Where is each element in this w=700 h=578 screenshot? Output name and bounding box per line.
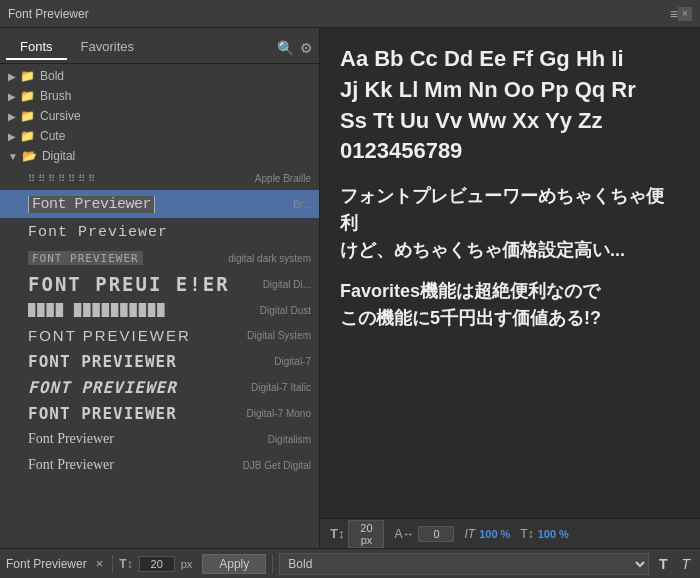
font-preview-digitalism: Font Previewer [28, 431, 262, 447]
kerning-control: A↔ 0 [394, 526, 454, 542]
right-toolbar: T↕ 20 px A↔ 0 IT 100 % T↕ 100 % [320, 518, 700, 548]
list-item[interactable]: Font Previewer [0, 218, 319, 246]
font-preview-d7i: FONT PREVIEWER [28, 378, 245, 397]
list-item[interactable]: Font Previewer DJB Get Digital [0, 452, 319, 478]
italic-button[interactable]: T [677, 556, 694, 572]
list-item[interactable]: FONT PREUI E!ER Digital Di... [0, 270, 319, 298]
size-control: T↕ 20 px [330, 520, 384, 548]
list-item[interactable]: FONT PREVIEWER digital dark system [0, 246, 319, 270]
font-preview-digitaldi: FONT PREUI E!ER [28, 273, 257, 295]
group-cute[interactable]: ▶ 📁 Cute [0, 126, 319, 146]
kerning-value[interactable]: 0 [418, 526, 454, 542]
font-preview-fp1: Font Previewer [28, 196, 287, 213]
font-name-d7: Digital-7 [274, 356, 311, 367]
folder-bold-icon: 📁 [20, 69, 35, 83]
bottom-bar: Font Previewer × T↕ px Apply Bold Italic… [0, 548, 700, 578]
tab-fonts[interactable]: Fonts [6, 35, 67, 60]
divider-2 [272, 555, 273, 573]
font-preview-djb: Font Previewer [28, 457, 237, 473]
preview-area: Aa Bb Cc Dd Ee Ff Gg Hh Ii Jj Kk Ll Mm N… [320, 28, 700, 518]
folder-brush-icon: 📁 [20, 89, 35, 103]
group-bold[interactable]: ▶ 📁 Bold [0, 66, 319, 86]
search-icon[interactable]: 🔍 [277, 40, 294, 56]
menu-icon[interactable]: ≡ [670, 6, 678, 22]
list-item[interactable]: ⠿⠿⠿⠿⠿⠿⠿ Apple Braille [0, 166, 319, 190]
left-panel: Fonts Favorites 🔍 ⚙ ▶ 📁 Bold ▶ 📁 Brush [0, 28, 320, 548]
arrow-brush: ▶ [8, 91, 16, 102]
group-cursive-label: Cursive [40, 109, 81, 123]
preview-japanese-text-2: Favorites機能は超絶便利なので この機能に5千円出す価値ある!? [340, 278, 680, 332]
preview-main-text: Aa Bb Cc Dd Ee Ff Gg Hh Ii Jj Kk Ll Mm N… [340, 44, 680, 167]
font-name-apple-braille: Apple Braille [255, 173, 311, 184]
group-digital[interactable]: ▼ 📂 Digital [0, 146, 319, 166]
tab-icons: 🔍 ⚙ [277, 40, 313, 56]
list-item[interactable]: Font Previewer Br... [0, 190, 319, 218]
title-bar: Font Previewer ≡ × [0, 0, 700, 28]
arrow-cursive: ▶ [8, 111, 16, 122]
arrow-digital: ▼ [8, 151, 18, 162]
close-button[interactable]: × [678, 7, 692, 21]
folder-cursive-icon: 📁 [20, 109, 35, 123]
font-list[interactable]: ▶ 📁 Bold ▶ 📁 Brush ▶ 📁 Cursive ▶ 📁 Cute [0, 64, 319, 548]
list-item[interactable]: FONT PREVIEWER Digital-7 Mono [0, 400, 319, 426]
group-cursive[interactable]: ▶ 📁 Cursive [0, 106, 319, 126]
scale-v-control: T↕ 100 % [520, 527, 569, 541]
list-item[interactable]: FONT PREVIEWER Digital-7 [0, 348, 319, 374]
scale-v-icon: T↕ [520, 527, 533, 541]
right-panel: Aa Bb Cc Dd Ee Ff Gg Hh Ii Jj Kk Ll Mm N… [320, 28, 700, 548]
bottom-font-name: Font Previewer [6, 557, 87, 571]
font-preview-apple-braille: ⠿⠿⠿⠿⠿⠿⠿ [28, 171, 249, 185]
font-name-dust: Digital Dust [260, 305, 311, 316]
folder-cute-icon: 📁 [20, 129, 35, 143]
scale-h-control: IT 100 % [464, 527, 510, 541]
list-item[interactable]: FONT PREVIEWER Digital-7 Italic [0, 374, 319, 400]
font-preview-dust: ████ ██████████ [28, 303, 254, 317]
group-digital-label: Digital [42, 149, 75, 163]
size-value[interactable]: 20 px [348, 520, 384, 548]
tabs-bar: Fonts Favorites 🔍 ⚙ [0, 28, 319, 64]
font-name-d7i: Digital-7 Italic [251, 382, 311, 393]
font-name-digitaldi: Digital Di... [263, 279, 311, 290]
group-brush[interactable]: ▶ 📁 Brush [0, 86, 319, 106]
settings-icon[interactable]: ⚙ [300, 40, 313, 56]
font-name-fp1: Br... [293, 199, 311, 210]
scale-h-value[interactable]: 100 % [479, 528, 510, 540]
title-bar-text: Font Previewer [8, 7, 664, 21]
font-name-digitalism: Digitalism [268, 434, 311, 445]
font-name-djb: DJB Get Digital [243, 460, 311, 471]
font-preview-system: FONT PREVIEWER [28, 327, 241, 344]
kerning-icon: A↔ [394, 527, 414, 541]
font-name-system: Digital System [247, 330, 311, 341]
list-item[interactable]: Font Previewer Digitalism [0, 426, 319, 452]
scale-h-icon: IT [464, 527, 475, 541]
scale-v-value[interactable]: 100 % [538, 528, 569, 540]
font-name-dark: digital dark system [228, 253, 311, 264]
tab-favorites[interactable]: Favorites [67, 35, 148, 60]
arrow-bold: ▶ [8, 71, 16, 82]
group-brush-label: Brush [40, 89, 71, 103]
bold-button[interactable]: T [655, 556, 672, 572]
arrow-cute: ▶ [8, 131, 16, 142]
bottom-px-label: px [181, 558, 193, 570]
font-preview-d7m: FONT PREVIEWER [28, 404, 241, 423]
font-style-select[interactable]: Bold Italic Regular Light Medium [279, 553, 649, 575]
font-preview-fp2: Font Previewer [28, 224, 305, 241]
list-item[interactable]: FONT PREVIEWER Digital System [0, 322, 319, 348]
main-container: Fonts Favorites 🔍 ⚙ ▶ 📁 Bold ▶ 📁 Brush [0, 28, 700, 548]
bottom-size-input[interactable] [139, 556, 175, 572]
list-item[interactable]: ████ ██████████ Digital Dust [0, 298, 319, 322]
font-name-d7m: Digital-7 Mono [247, 408, 311, 419]
font-preview-d7: FONT PREVIEWER [28, 352, 268, 371]
apply-button[interactable]: Apply [202, 554, 266, 574]
group-cute-label: Cute [40, 129, 65, 143]
bottom-size-icon: T↕ [119, 557, 132, 571]
font-preview-dark: FONT PREVIEWER [28, 251, 222, 265]
folder-digital-icon: 📂 [22, 149, 37, 163]
bottom-close-button[interactable]: × [93, 556, 107, 571]
group-bold-label: Bold [40, 69, 64, 83]
divider-1 [112, 555, 113, 573]
preview-japanese-text-1: フォントプレビューワーめちゃくちゃ便利 けど、めちゃくちゃ価格設定高い... [340, 183, 680, 264]
size-icon: T↕ [330, 526, 344, 541]
